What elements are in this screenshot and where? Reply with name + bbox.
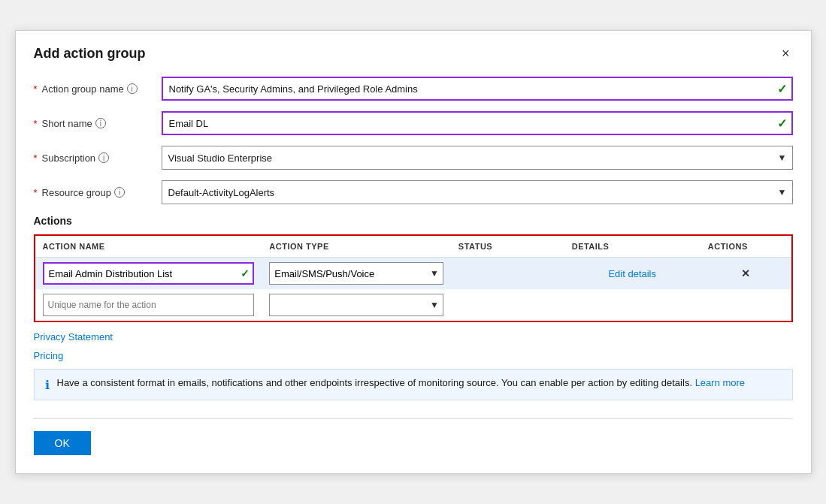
status-header: STATUS: [451, 236, 564, 258]
subscription-label: * Subscription i: [34, 152, 162, 164]
privacy-statement-link[interactable]: Privacy Statement: [34, 331, 113, 343]
dialog-footer: OK: [34, 418, 793, 455]
ok-button[interactable]: OK: [34, 431, 91, 455]
info-banner: ℹ Have a consistent format in emails, no…: [34, 369, 793, 400]
short-name-input-wrapper: ✓: [162, 111, 793, 135]
action-group-name-check-icon: ✓: [777, 82, 787, 96]
subscription-info-icon[interactable]: i: [98, 152, 109, 163]
action-name-check-icon: ✓: [241, 267, 250, 279]
details-header: DETAILS: [564, 236, 700, 258]
short-name-info-icon[interactable]: i: [95, 118, 106, 128]
required-star-2: *: [34, 118, 38, 129]
close-button[interactable]: ×: [779, 46, 793, 62]
new-details-cell: [564, 289, 700, 321]
subscription-select[interactable]: Visual Studio Enterprise: [162, 146, 793, 170]
action-group-name-input-wrapper: ✓: [162, 77, 793, 101]
action-group-name-info-icon[interactable]: i: [127, 83, 138, 94]
actions-table-wrapper: ACTION NAME ACTION TYPE STATUS DETAILS A…: [34, 234, 793, 322]
action-name-input[interactable]: [43, 262, 255, 285]
actions-table-body: ✓ Email/SMS/Push/Voice ▼: [35, 258, 791, 321]
actions-table-header: ACTION NAME ACTION TYPE STATUS DETAILS A…: [35, 236, 791, 258]
new-actions-cell: [700, 289, 791, 321]
details-cell: Edit details: [564, 258, 700, 290]
action-type-select-wrapper: Email/SMS/Push/Voice ▼: [269, 262, 443, 285]
pricing-link[interactable]: Pricing: [34, 350, 64, 361]
new-action-name-cell: [35, 289, 262, 321]
action-group-name-row: * Action group name i ✓: [34, 77, 793, 101]
new-action-name-input[interactable]: [43, 294, 255, 316]
actions-section: Actions ACTION NAME ACTION TYPE STATUS D…: [34, 215, 793, 322]
resource-group-label: * Resource group i: [34, 187, 162, 198]
edit-details-link[interactable]: Edit details: [608, 268, 656, 279]
subscription-select-wrapper: Visual Studio Enterprise ▼: [162, 146, 793, 170]
resource-group-select[interactable]: Default-ActivityLogAlerts: [162, 180, 793, 204]
action-type-header: ACTION TYPE: [262, 236, 451, 258]
delete-action-button[interactable]: ✕: [741, 267, 750, 279]
actions-table: ACTION NAME ACTION TYPE STATUS DETAILS A…: [35, 236, 791, 321]
action-type-select[interactable]: Email/SMS/Push/Voice: [269, 262, 443, 285]
short-name-row: * Short name i ✓: [34, 111, 793, 135]
action-name-input-wrapper: ✓: [43, 262, 255, 285]
actions-table-header-row: ACTION NAME ACTION TYPE STATUS DETAILS A…: [35, 236, 791, 258]
action-name-cell: ✓: [35, 258, 262, 290]
required-star-4: *: [34, 187, 38, 198]
resource-group-select-wrapper: Default-ActivityLogAlerts ▼: [162, 180, 793, 204]
info-banner-icon: ℹ: [45, 378, 50, 392]
required-star: *: [34, 83, 38, 95]
actions-section-title: Actions: [34, 215, 793, 227]
action-group-name-label: * Action group name i: [34, 83, 162, 95]
action-name-header: ACTION NAME: [35, 236, 262, 258]
subscription-row: * Subscription i Visual Studio Enterpris…: [34, 146, 793, 170]
privacy-statement-row: Privacy Statement: [34, 331, 793, 343]
required-star-3: *: [34, 152, 38, 164]
delete-cell: ✕: [700, 258, 791, 290]
learn-more-link[interactable]: Learn more: [695, 377, 745, 388]
new-action-type-select-wrapper: ▼: [269, 294, 443, 316]
action-group-name-input[interactable]: [162, 77, 793, 101]
new-action-type-cell: ▼: [262, 289, 451, 321]
info-banner-text: Have a consistent format in emails, noti…: [57, 377, 746, 388]
resource-group-row: * Resource group i Default-ActivityLogAl…: [34, 180, 793, 204]
pricing-row: Pricing: [34, 350, 793, 361]
short-name-label: * Short name i: [34, 118, 162, 129]
table-row: ✓ Email/SMS/Push/Voice ▼: [35, 258, 791, 290]
dialog-header: Add action group ×: [34, 46, 793, 62]
short-name-check-icon: ✓: [777, 116, 787, 131]
short-name-input[interactable]: [162, 111, 793, 135]
action-type-cell: Email/SMS/Push/Voice ▼: [262, 258, 451, 290]
new-action-type-select[interactable]: [269, 294, 443, 316]
new-status-cell: [451, 289, 564, 321]
add-action-group-dialog: Add action group × * Action group name i…: [15, 30, 812, 474]
actions-header: ACTIONS: [700, 236, 791, 258]
resource-group-info-icon[interactable]: i: [114, 187, 125, 198]
new-action-row: ▼: [35, 289, 791, 321]
dialog-title: Add action group: [34, 46, 146, 62]
status-cell: [451, 258, 564, 290]
